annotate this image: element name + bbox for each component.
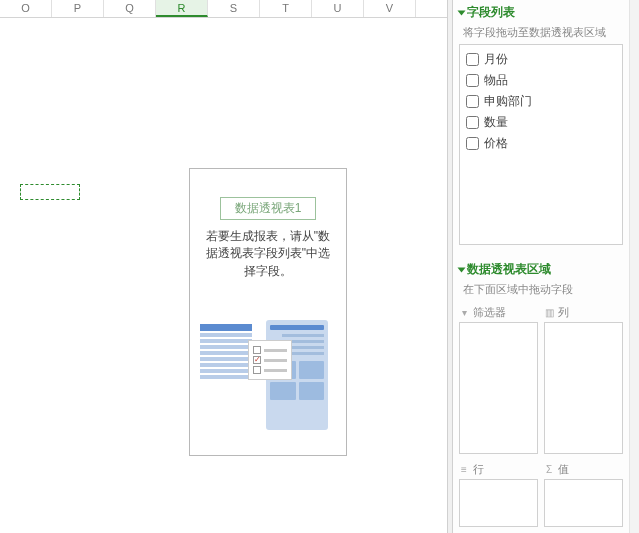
col-header[interactable]: T [260, 0, 312, 17]
col-header-selected[interactable]: R [156, 0, 208, 17]
area-label-row: ≡ 行 [459, 460, 538, 479]
area-label-column: ▥ 列 [544, 303, 623, 322]
field-label: 价格 [484, 135, 508, 152]
filter-icon: ▾ [459, 308, 469, 318]
field-checkbox[interactable] [466, 95, 479, 108]
field-label: 物品 [484, 72, 508, 89]
col-header[interactable]: S [208, 0, 260, 17]
field-item[interactable]: 物品 [466, 70, 616, 91]
field-checkbox[interactable] [466, 74, 479, 87]
pivot-field-panel: 字段列表 将字段拖动至数据透视表区域 月份 物品 申购部门 数量 价格 数据透视… [453, 0, 629, 533]
column-header-row: O P Q R S T U V [0, 0, 447, 18]
drop-zone-column[interactable] [544, 322, 623, 454]
field-item[interactable]: 数量 [466, 112, 616, 133]
drop-areas-grid: ▾ 筛选器 ▥ 列 ≡ 行 Σ 值 [453, 301, 629, 533]
field-list[interactable]: 月份 物品 申购部门 数量 价格 [459, 44, 623, 245]
illus-checklist-icon: ✓ [248, 340, 292, 380]
pivot-illustration: ✓ [198, 320, 338, 440]
fields-hint-text: 将字段拖动至数据透视表区域 [453, 23, 629, 44]
vertical-scrollbar[interactable] [629, 0, 639, 533]
col-header[interactable]: U [312, 0, 364, 17]
col-header[interactable]: P [52, 0, 104, 17]
area-label-value: Σ 值 [544, 460, 623, 479]
drop-zone-filter[interactable] [459, 322, 538, 454]
field-checkbox[interactable] [466, 137, 479, 150]
marching-ants-selection [20, 184, 80, 200]
column-icon: ▥ [544, 308, 554, 318]
col-header[interactable]: O [0, 0, 52, 17]
pivot-table-placeholder[interactable]: 数据透视表1 若要生成报表，请从"数据透视表字段列表"中选择字段。 ✓ [189, 168, 347, 456]
areas-section-header[interactable]: 数据透视表区域 [453, 257, 629, 280]
field-label: 月份 [484, 51, 508, 68]
field-label: 申购部门 [484, 93, 532, 110]
areas-hint-text: 在下面区域中拖动字段 [453, 280, 629, 301]
illus-table-icon [200, 324, 252, 381]
field-label: 数量 [484, 114, 508, 131]
drop-zone-row[interactable] [459, 479, 538, 527]
collapse-triangle-icon [458, 267, 466, 272]
field-item[interactable]: 申购部门 [466, 91, 616, 112]
row-icon: ≡ [459, 465, 469, 475]
field-checkbox[interactable] [466, 53, 479, 66]
fields-section-title: 字段列表 [467, 4, 515, 21]
spreadsheet-area[interactable]: O P Q R S T U V 数据透视表1 若要生成报表，请从"数据透视表字段… [0, 0, 447, 533]
pivot-placeholder-title: 数据透视表1 [220, 197, 317, 220]
col-header[interactable]: Q [104, 0, 156, 17]
field-item[interactable]: 价格 [466, 133, 616, 154]
sigma-icon: Σ [544, 465, 554, 475]
collapse-triangle-icon [458, 10, 466, 15]
area-label-filter: ▾ 筛选器 [459, 303, 538, 322]
drop-zone-value[interactable] [544, 479, 623, 527]
areas-section-title: 数据透视表区域 [467, 261, 551, 278]
field-item[interactable]: 月份 [466, 49, 616, 70]
col-header[interactable]: V [364, 0, 416, 17]
fields-section-header[interactable]: 字段列表 [453, 0, 629, 23]
field-checkbox[interactable] [466, 116, 479, 129]
pivot-placeholder-text: 若要生成报表，请从"数据透视表字段列表"中选择字段。 [198, 228, 338, 280]
